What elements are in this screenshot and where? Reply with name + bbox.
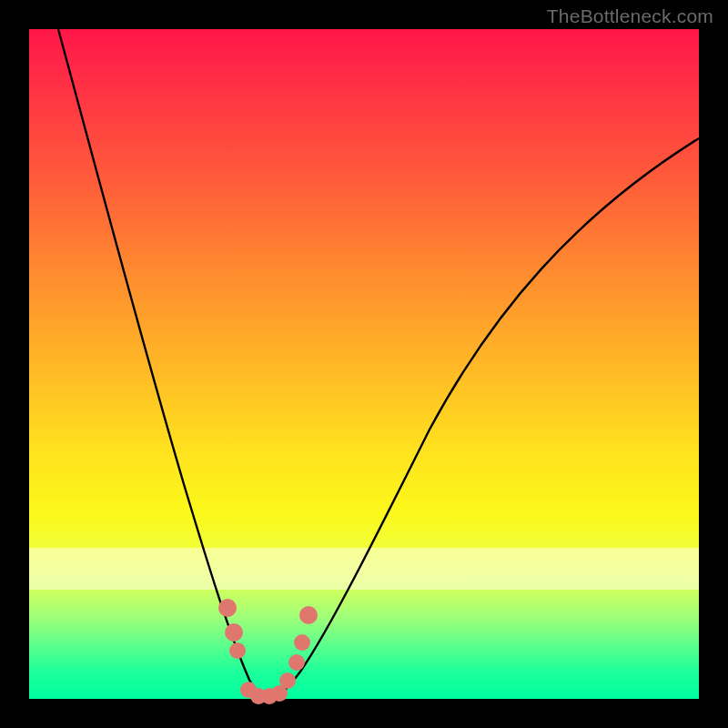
chart-frame: TheBottleneck.com [0,0,728,728]
marker-dot [225,623,243,642]
watermark-text: TheBottleneck.com [547,5,713,27]
marker-dot [279,672,296,689]
marker-dot [218,599,237,617]
marker-dot [299,606,318,624]
plot-area [29,29,699,699]
curve-left [58,29,268,699]
marker-dot [229,642,246,659]
marker-dot [288,654,305,671]
marker-dot [294,634,310,651]
curve-right [268,138,699,699]
curve-layer [29,29,699,699]
